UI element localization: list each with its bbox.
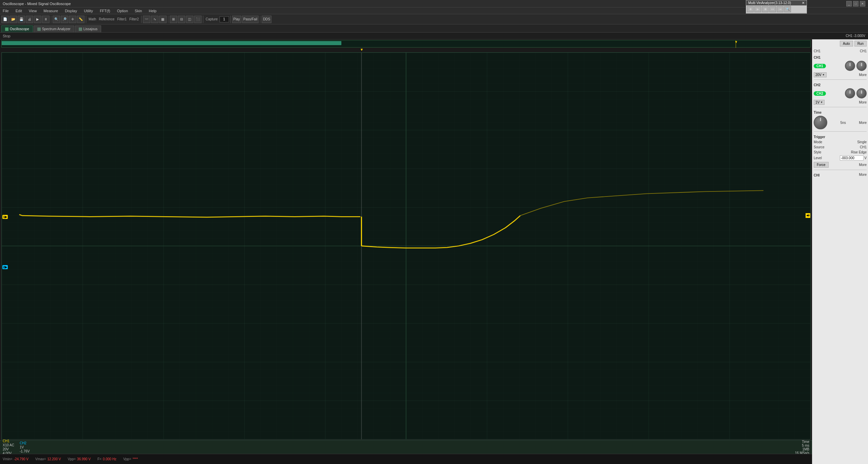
menu-utility[interactable]: Utility <box>82 9 94 13</box>
ch1-scale-row: 20V ▼ More <box>814 72 867 77</box>
divider-4 <box>814 170 867 170</box>
close-button[interactable]: ✕ <box>860 1 865 6</box>
time-knob[interactable] <box>814 116 827 129</box>
menu-bar: File Edit View Measure Display Utility F… <box>0 7 868 14</box>
ch2-scale-knob[interactable] <box>856 88 867 98</box>
menu-option[interactable]: Option <box>116 9 129 13</box>
wave-btn-3[interactable]: ▦ <box>159 16 167 23</box>
dds-button[interactable]: DDS <box>262 16 271 23</box>
vmin-measurement: Vmin= -24.790 V <box>3 457 29 461</box>
single-run-status: CH1 -3.000V <box>846 34 865 38</box>
oscilloscope-tab-label: Oscilloscope <box>10 27 29 31</box>
ch2-toggle-button[interactable]: CH2 <box>814 91 826 96</box>
open-button[interactable]: 📂 <box>10 16 17 23</box>
cursor-v-btn[interactable]: ⊟ <box>178 16 185 23</box>
misc-btn-1[interactable]: ◫ <box>186 16 193 23</box>
time-knob-container <box>814 116 827 129</box>
tab-lissajous[interactable]: Lissajous <box>75 25 101 32</box>
trigger-level-input[interactable] <box>840 155 864 161</box>
ch2-scale: 1V <box>20 445 30 449</box>
chi-label: CHI <box>814 173 819 177</box>
trigger-style-label: Style <box>814 150 821 154</box>
tab-oscilloscope[interactable]: Oscilloscope <box>1 25 33 32</box>
wave-btn-2[interactable]: ∿ <box>151 16 158 23</box>
trigger-source-value: CH1 <box>860 145 867 149</box>
run-stop-button[interactable]: ▶ <box>34 16 41 23</box>
ch2-vertical-knob[interactable] <box>845 88 855 98</box>
mini-panel-title: Multi VinAnalyzer(3.13-12.0) ✕ <box>746 0 807 5</box>
trigger-force-row: Force More <box>814 162 867 168</box>
menu-fft[interactable]: FFT(f) <box>98 9 112 13</box>
trigger-level-row: Level V <box>814 155 867 161</box>
menu-measure[interactable]: Measure <box>42 9 59 13</box>
trigger-source-label: Source <box>814 145 825 149</box>
ch1-vertical-knob[interactable] <box>845 61 855 71</box>
vpp2-value: **** <box>133 457 138 461</box>
ch2-scale-dropdown[interactable]: 1V ▼ <box>814 100 825 105</box>
ch1-section-title: CH1 <box>814 56 867 59</box>
capture-input[interactable] <box>220 16 229 22</box>
ch2-more-button[interactable]: More <box>859 100 867 104</box>
ch2-left-label: 2▶ <box>2 265 8 269</box>
overview-trigger-line <box>736 40 736 48</box>
cursor-button[interactable]: ✛ <box>69 16 76 23</box>
wave-btn-1[interactable]: 〰 <box>143 16 150 23</box>
mini-rec-button[interactable]: ⏺ <box>747 6 754 12</box>
mini-play-button[interactable]: ▶ <box>754 6 761 12</box>
mini-panel-close[interactable]: ✕ <box>802 1 805 5</box>
ch1-scale-knob[interactable] <box>856 61 867 71</box>
play-button[interactable]: Play <box>232 16 241 23</box>
ch1-scale-value: 20V <box>815 73 822 77</box>
window-controls[interactable]: _ □ ✕ <box>846 1 865 6</box>
mini-fwd-button[interactable]: ⏭ <box>769 6 776 12</box>
force-button[interactable]: Force <box>814 162 829 168</box>
menu-file[interactable]: File <box>1 9 10 13</box>
print-button[interactable]: 🖨 <box>26 16 33 23</box>
ch1-toggle-button[interactable]: CH1 <box>814 64 826 68</box>
right-sidebar: Auto Run CH1 CH1 CH1 CH1 20V ▼ <box>812 39 868 464</box>
menu-skin[interactable]: Skin <box>133 9 143 13</box>
chi-more-button[interactable]: More <box>859 173 867 177</box>
misc-btn-2[interactable]: ⬛ <box>194 16 202 23</box>
run-button[interactable]: Run <box>854 41 867 47</box>
zoom-in-button[interactable]: 🔍 <box>53 16 60 23</box>
cursor-h-btn[interactable]: ⊞ <box>170 16 177 23</box>
passfail-button[interactable]: Pass/Fail <box>242 16 259 23</box>
menu-edit[interactable]: Edit <box>14 9 23 13</box>
save-button[interactable]: 💾 <box>18 16 25 23</box>
menu-help[interactable]: Help <box>148 9 158 13</box>
tab-bar: Oscilloscope Spectrum Analyzer Lissajous <box>0 24 868 33</box>
mini-stop-button[interactable]: ⏹ <box>762 6 769 12</box>
menu-display[interactable]: Display <box>63 9 78 13</box>
single-button[interactable]: ⏸ <box>42 16 50 23</box>
mini-back-button[interactable]: ⏮ <box>777 6 784 12</box>
maximize-button[interactable]: □ <box>853 1 858 6</box>
vmax-value: 12.200 V <box>47 457 61 461</box>
auto-run-row: Auto Run <box>814 41 867 47</box>
new-button[interactable]: 📄 <box>1 16 9 23</box>
trigger-mode-label: Mode <box>814 140 822 144</box>
ch2-scale-value: 1V <box>815 100 819 104</box>
toolbar: 📄 📂 💾 🖨 ▶ ⏸ 🔍 🔎 ✛ 📏 Math Reference Filte… <box>0 14 868 24</box>
ch2-scale-arrow: ▼ <box>820 101 823 104</box>
ch1-more-button[interactable]: More <box>859 73 867 77</box>
waveform-canvas[interactable]: 1▶ 2▶ ◀4 <box>1 52 811 440</box>
ch1-scale-dropdown[interactable]: 20V ▼ <box>814 72 827 77</box>
minimize-button[interactable]: _ <box>846 1 852 6</box>
mini-zoom-button[interactable]: 🔍 <box>784 6 791 12</box>
zoom-out-button[interactable]: 🔎 <box>61 16 68 23</box>
trigger-level-unit: V <box>864 156 867 160</box>
time-value: 5 ms <box>802 444 809 447</box>
measure-button[interactable]: 📏 <box>77 16 84 23</box>
auto-button[interactable]: Auto <box>840 41 853 47</box>
trigger-more-button[interactable]: More <box>859 163 867 167</box>
app-title: Oscilloscope - Mixed Signal Oscilloscope <box>3 2 846 6</box>
time-more-button[interactable]: More <box>859 121 867 125</box>
menu-view[interactable]: View <box>27 9 38 13</box>
tab-spectrum[interactable]: Spectrum Analyzer <box>34 25 74 32</box>
measurements-bar: Vmin= -24.790 V Vmax= 12.200 V Vpp= 36.9… <box>0 454 812 464</box>
capture-label: Capture <box>205 17 219 21</box>
ch2-scale-row: 1V ▼ More <box>814 100 867 105</box>
divider-3 <box>814 131 867 132</box>
oscilloscope-tab-icon <box>5 27 8 31</box>
